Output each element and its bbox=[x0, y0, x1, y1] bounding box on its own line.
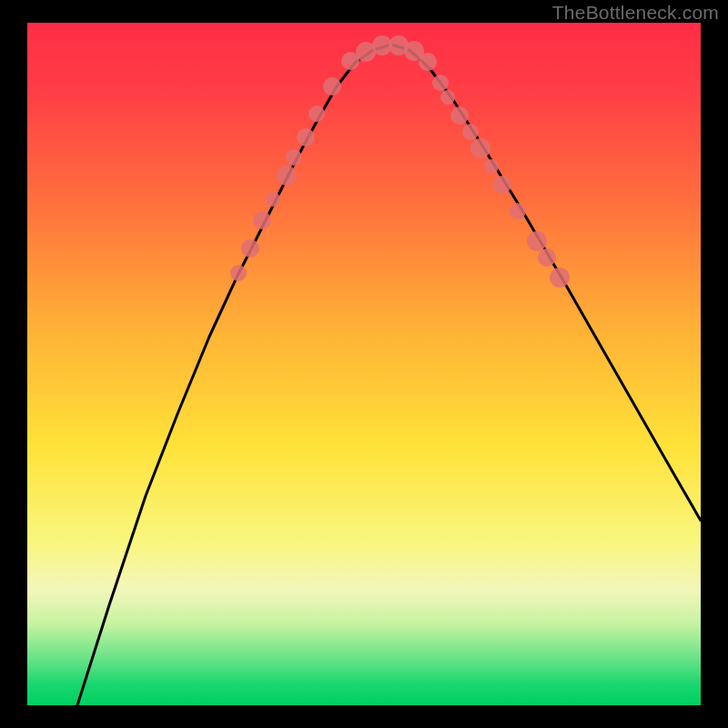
data-point bbox=[286, 149, 302, 166]
data-point bbox=[419, 53, 437, 71]
data-point bbox=[297, 128, 315, 147]
data-point bbox=[230, 265, 247, 281]
chart-svg bbox=[27, 23, 701, 705]
data-point bbox=[266, 192, 280, 207]
data-point bbox=[470, 138, 490, 158]
data-point bbox=[450, 106, 469, 125]
plot-area bbox=[27, 23, 701, 705]
data-point bbox=[308, 106, 325, 122]
data-point bbox=[440, 90, 455, 105]
data-point bbox=[462, 124, 479, 140]
data-point bbox=[432, 75, 449, 91]
data-point bbox=[277, 166, 297, 186]
main-curve bbox=[77, 45, 701, 705]
scatter-layer bbox=[230, 35, 570, 288]
data-point bbox=[484, 159, 499, 174]
data-point bbox=[493, 176, 511, 194]
chart-frame: TheBottleneck.com bbox=[0, 0, 728, 728]
curve-layer bbox=[77, 45, 701, 705]
data-point bbox=[550, 268, 570, 288]
watermark-text: TheBottleneck.com bbox=[552, 2, 719, 24]
data-point bbox=[538, 248, 556, 267]
data-point bbox=[241, 239, 259, 258]
data-point bbox=[510, 203, 526, 219]
data-point bbox=[253, 211, 271, 229]
data-point bbox=[323, 77, 341, 96]
data-point bbox=[527, 231, 547, 251]
